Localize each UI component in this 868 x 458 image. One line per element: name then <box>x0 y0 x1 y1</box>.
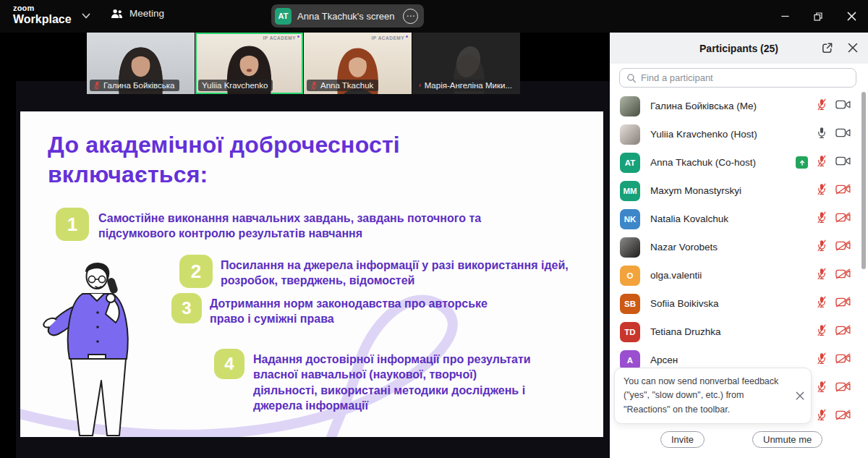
mic-status-icon[interactable] <box>817 211 827 226</box>
tile-name-tag: Галина Бойківська <box>90 80 179 91</box>
camera-status-icon[interactable] <box>835 410 851 423</box>
participant-row[interactable]: Галина Бойківська (Me) <box>610 92 868 120</box>
mic-status-icon[interactable] <box>817 155 827 170</box>
video-strip: Галина Бойківська IP ACADEMY Yuliia Krav… <box>87 33 520 94</box>
shared-screen-area: До академічної доброчесності включається… <box>16 81 610 458</box>
search-input[interactable] <box>641 72 849 83</box>
participant-row[interactable]: TD Tetiana Druzhka <box>610 318 868 346</box>
participants-header: Participants (25) <box>610 33 868 64</box>
participant-row[interactable]: AT Anna Tkachuk (Co-host) <box>610 148 868 177</box>
zoom-meeting-window: zoom Workplace Meeting AT Anna Tkachuk's… <box>0 0 868 458</box>
notification-text: You can now send nonverbal feedback ("ye… <box>624 375 789 417</box>
video-tile[interactable]: Марія-Ангеліна Мики... <box>412 33 520 94</box>
muted-mic-icon <box>419 81 422 90</box>
participant-row[interactable]: MM Maxym Monastyrskyi <box>610 177 868 205</box>
mic-status-icon[interactable] <box>817 296 827 311</box>
tab-meeting[interactable]: Meeting <box>110 8 164 19</box>
avatar <box>620 237 640 258</box>
participant-name: Natalia Kovalchuk <box>650 213 817 224</box>
video-tile-active-speaker[interactable]: IP ACADEMY Yuliia Kravchenko <box>195 33 303 94</box>
list-number-badge: 3 <box>171 293 202 323</box>
participant-name: Галина Бойківська (Me) <box>650 101 817 111</box>
mic-status-icon[interactable] <box>817 381 827 396</box>
participant-search[interactable] <box>619 68 856 88</box>
participant-row[interactable]: Nazar Vorobets <box>610 233 868 261</box>
speaker-illustration <box>36 253 158 437</box>
avatar: AT <box>275 8 292 25</box>
avatar: MM <box>620 181 640 201</box>
video-tile[interactable]: Галина Бойківська <box>87 33 195 94</box>
panel-footer: Invite Unmute me <box>610 425 868 458</box>
tile-name-tag: Anna Tkachuk <box>307 80 378 91</box>
invite-button[interactable]: Invite <box>660 431 705 448</box>
mic-status-icon[interactable] <box>817 324 827 339</box>
muted-mic-icon <box>93 81 101 90</box>
mic-status-icon[interactable] <box>817 409 827 424</box>
chevron-down-icon[interactable] <box>81 11 91 21</box>
camera-status-icon[interactable] <box>835 381 851 395</box>
muted-mic-icon <box>310 81 318 90</box>
people-icon <box>110 9 124 19</box>
mic-status-icon[interactable] <box>817 239 827 255</box>
camera-status-icon[interactable] <box>835 212 851 226</box>
participant-name: Nazar Vorobets <box>650 242 817 253</box>
camera-status-icon[interactable] <box>835 156 851 169</box>
slide-title: До академічної доброчесності включається… <box>48 130 569 189</box>
participant-row[interactable]: SB Sofiia Boikivska <box>610 289 868 318</box>
pop-out-icon[interactable] <box>821 42 833 54</box>
presentation-slide: До академічної доброчесності включається… <box>20 111 603 437</box>
camera-status-icon[interactable] <box>835 325 851 339</box>
participant-name: Sofiia Boikivska <box>650 298 817 309</box>
camera-status-icon[interactable] <box>835 240 851 254</box>
participant-row[interactable]: O olga.valentii <box>610 261 868 289</box>
scrollbar[interactable] <box>861 92 866 269</box>
mic-status-icon[interactable] <box>817 98 827 114</box>
mic-status-icon[interactable] <box>817 183 827 198</box>
list-number-badge: 2 <box>179 255 213 288</box>
close-window-button[interactable] <box>835 0 868 33</box>
slide-list-item: Дотримання норм законодавства про авторс… <box>210 296 521 327</box>
tile-watermark: IP ACADEMY <box>263 35 299 41</box>
close-panel-icon[interactable] <box>848 43 858 53</box>
restore-button[interactable] <box>801 0 835 33</box>
avatar <box>620 124 640 145</box>
avatar: TD <box>620 322 640 342</box>
camera-status-icon[interactable] <box>835 353 851 367</box>
camera-status-icon[interactable] <box>835 297 851 310</box>
slide-list-item: Надання достовірної інформації про резул… <box>253 352 532 413</box>
mic-status-icon[interactable] <box>817 268 827 283</box>
mic-status-icon[interactable] <box>817 127 827 142</box>
slide-list-item: Посилання на джерела інформації у разі в… <box>221 258 603 289</box>
title-bar: zoom Workplace Meeting AT Anna Tkachuk's… <box>0 0 868 33</box>
camera-status-icon[interactable] <box>835 184 851 198</box>
camera-status-icon[interactable] <box>835 127 851 141</box>
shared-screen-label: Anna Tkachuk's screen <box>297 11 394 22</box>
tile-watermark: IP ACADEMY <box>372 35 408 41</box>
participant-name: Anna Tkachuk (Co-host) <box>650 157 796 168</box>
shared-screen-pill[interactable]: AT Anna Tkachuk's screen ⋯ <box>271 4 424 27</box>
participant-name: olga.valentii <box>650 270 817 281</box>
slide-list-item: Самостійне виконання навчальних завдань,… <box>98 211 532 242</box>
unmute-me-button[interactable]: Unmute me <box>752 431 822 448</box>
participants-panel: Participants (25) Галина Бойківська (Me) <box>610 33 868 458</box>
minimize-button[interactable] <box>768 0 801 33</box>
mic-status-icon[interactable] <box>817 352 827 368</box>
avatar: SB <box>620 294 640 314</box>
nonverbal-feedback-notification: You can now send nonverbal feedback ("ye… <box>614 368 812 424</box>
search-icon <box>626 73 637 83</box>
avatar: O <box>620 266 640 286</box>
list-number-badge: 4 <box>214 349 244 379</box>
more-options-icon[interactable]: ⋯ <box>403 9 418 24</box>
tile-name-tag: Марія-Ангеліна Мики... <box>415 80 517 91</box>
participant-row[interactable]: NK Natalia Kovalchuk <box>610 205 868 233</box>
video-tile[interactable]: IP ACADEMY Anna Tkachuk <box>304 33 412 94</box>
close-notification-icon[interactable] <box>796 391 804 400</box>
screen-share-icon <box>796 156 808 169</box>
camera-status-icon[interactable] <box>835 99 851 113</box>
avatar: NK <box>620 209 640 229</box>
participant-name: Maxym Monastyrskyi <box>650 185 817 196</box>
camera-status-icon[interactable] <box>835 268 851 282</box>
tile-name-tag: Yuliia Kravchenko <box>198 80 273 91</box>
participant-row[interactable]: Yuliia Kravchenko (Host) <box>610 120 868 148</box>
participant-name: Tetiana Druzhka <box>650 326 817 337</box>
